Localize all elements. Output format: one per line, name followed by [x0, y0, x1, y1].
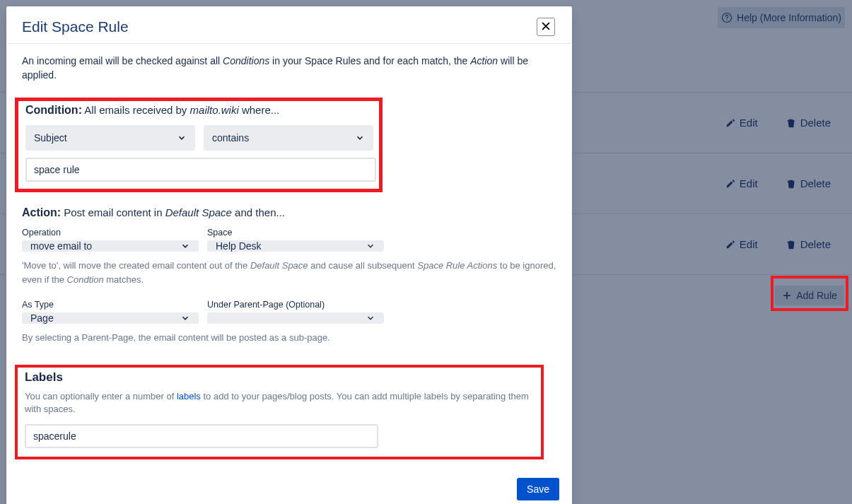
hint-part: matches.	[104, 274, 144, 285]
select-value: Subject	[34, 132, 67, 143]
chevron-down-icon	[180, 313, 190, 323]
parent-select[interactable]	[207, 312, 384, 324]
action-heading-em: Default Space	[165, 206, 232, 218]
action-hint-2: By selecting a Parent-Page, the email co…	[22, 331, 556, 345]
select-value: move email to	[30, 240, 92, 252]
save-button-label: Save	[527, 484, 549, 495]
type-column: As Type Page	[22, 300, 199, 324]
action-heading-part: Post email content in	[61, 206, 165, 218]
intro-part: An incoming email will be checked agains…	[22, 55, 223, 66]
hint-part: 'Move to', will move the created email c…	[22, 260, 250, 271]
action-heading-bold: Action:	[22, 206, 61, 218]
operation-select[interactable]: move email to	[22, 240, 199, 252]
chevron-down-icon	[355, 133, 365, 143]
action-field-row-1: Operation move email to Space Help Desk	[22, 228, 556, 252]
hint-em: Space Rule Actions	[417, 260, 497, 271]
edit-space-rule-modal: Edit Space Rule An incoming email will b…	[6, 6, 572, 504]
condition-heading-em: mailto.wiki	[190, 104, 239, 116]
action-hint-1: 'Move to', will move the created email c…	[22, 259, 556, 287]
hint-part: and cause all subsequent	[308, 260, 418, 271]
condition-heading: Condition: All emails received by mailto…	[25, 104, 372, 117]
action-field-row-2: As Type Page Under Parent-Page (Optional…	[22, 300, 556, 324]
chevron-down-icon	[177, 133, 187, 143]
space-column: Space Help Desk	[207, 228, 384, 252]
condition-heading-bold: Condition:	[25, 104, 82, 116]
modal-body: An incoming email will be checked agains…	[6, 44, 572, 467]
operation-label: Operation	[22, 228, 199, 238]
action-heading: Action: Post email content in Default Sp…	[22, 206, 556, 219]
space-label: Space	[207, 228, 384, 238]
type-select[interactable]: Page	[22, 312, 199, 324]
action-heading-part: and then...	[232, 206, 285, 218]
condition-operator-select[interactable]: contains	[204, 125, 373, 151]
modal-footer: Save	[6, 467, 572, 504]
labels-input[interactable]: spacerule	[25, 424, 378, 448]
space-select[interactable]: Help Desk	[207, 240, 384, 252]
condition-field-row: Subject contains	[25, 125, 372, 151]
input-value: space rule	[34, 164, 80, 175]
select-value: Page	[30, 312, 54, 324]
chevron-down-icon	[366, 241, 375, 251]
intro-em: Conditions	[223, 55, 269, 66]
condition-block: Condition: All emails received by mailto…	[15, 98, 383, 192]
input-value: spacerule	[33, 430, 76, 442]
hint-em: Condtion	[67, 274, 104, 285]
parent-label: Under Parent-Page (Optional)	[207, 300, 384, 310]
close-button[interactable]	[537, 18, 555, 36]
operation-column: Operation move email to	[22, 228, 199, 252]
condition-heading-part: All emails received by	[82, 104, 190, 116]
action-block: Action: Post email content in Default Sp…	[22, 206, 556, 345]
intro-em: Action	[470, 55, 498, 66]
labels-block: Labels You can optionally enter a number…	[15, 365, 544, 459]
intro-part: in your Space Rules and for each match, …	[269, 55, 470, 66]
chevron-down-icon	[366, 313, 375, 323]
close-icon	[541, 21, 551, 33]
intro-text: An incoming email will be checked agains…	[22, 54, 556, 82]
labels-heading: Labels	[25, 370, 534, 385]
modal-header: Edit Space Rule	[6, 6, 572, 43]
save-button[interactable]: Save	[517, 478, 559, 500]
hint-em: Default Space	[250, 260, 308, 271]
labels-hint: You can optionally enter a number of lab…	[25, 390, 534, 416]
type-label: As Type	[22, 300, 199, 310]
condition-field-select[interactable]: Subject	[25, 125, 195, 151]
select-value: Help Desk	[216, 240, 262, 252]
condition-heading-part: where...	[239, 104, 280, 116]
chevron-down-icon	[180, 241, 190, 251]
condition-value-input[interactable]: space rule	[25, 158, 376, 182]
hint-part: You can optionally enter a number of	[25, 391, 177, 402]
modal-title: Edit Space Rule	[22, 18, 129, 35]
parent-column: Under Parent-Page (Optional)	[207, 300, 384, 324]
select-value: contains	[212, 132, 249, 143]
labels-link[interactable]: labels	[177, 391, 201, 402]
